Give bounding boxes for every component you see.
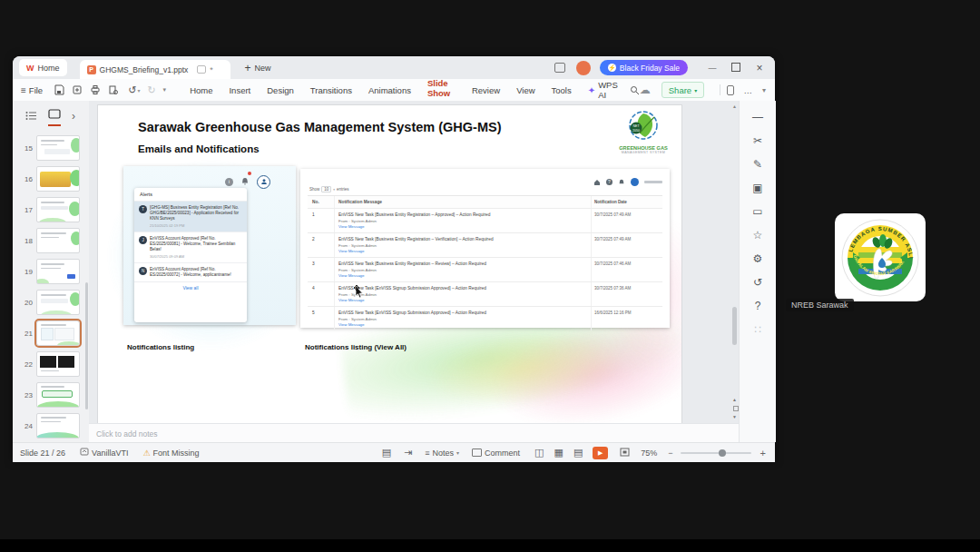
export-icon[interactable] [72, 84, 83, 95]
panel-expand-icon[interactable]: › [72, 110, 75, 123]
alerts-view-all-link[interactable]: View all [134, 281, 247, 293]
format-tools-icon[interactable]: ✂ [753, 135, 762, 146]
view-message-link[interactable]: View Message [338, 298, 587, 302]
slide-thumb-23[interactable]: 23 [13, 382, 89, 408]
table-row[interactable]: 1 EnVISS New Task [Business Entity Regis… [308, 209, 662, 233]
slide-subtitle[interactable]: Emails and Notifications [138, 143, 260, 154]
slide-sorter-icon[interactable]: ▦ [554, 448, 563, 458]
scrollbar-thumb[interactable] [732, 307, 737, 345]
search-icon[interactable] [630, 85, 640, 95]
zoom-in-button[interactable]: + [760, 448, 766, 458]
outline-view-icon[interactable] [25, 108, 37, 124]
zoom-slider[interactable] [681, 452, 751, 454]
save-icon[interactable] [54, 84, 64, 95]
menu-item-transitions[interactable]: Transitions [310, 85, 352, 95]
slide-view-icon[interactable] [48, 106, 61, 126]
slide-thumb-18[interactable]: 18 [13, 228, 89, 253]
fit-slide-icon[interactable] [620, 448, 630, 458]
slide-thumb-21-selected[interactable]: 21 [13, 320, 89, 346]
col-header-no[interactable]: No. [308, 196, 335, 208]
print-preview-icon[interactable] [108, 84, 119, 95]
menu-item-review[interactable]: Review [472, 85, 500, 95]
alert-item[interactable]: N EnVISS Account Approved [Ref No. ES/20… [134, 263, 247, 281]
slide-thumb-20[interactable]: 20 [13, 290, 89, 315]
print-icon[interactable] [90, 84, 101, 95]
close-button[interactable]: × [748, 62, 771, 74]
notes-bar[interactable]: Click to add notes [89, 423, 739, 443]
slide-title[interactable]: Sarawak Greenhouse Gas Management System… [138, 120, 502, 134]
menu-item-slide-show[interactable]: Slide Show [427, 78, 456, 103]
prev-slide-button[interactable]: ▲ [730, 397, 739, 402]
view-message-link[interactable]: View Message [338, 249, 587, 253]
view-message-link[interactable]: View Message [338, 322, 587, 327]
menu-item-tools[interactable]: Tools [552, 85, 572, 95]
zoom-out-button[interactable]: − [668, 448, 672, 458]
menu-item-home[interactable]: Home [190, 85, 212, 95]
slide-thumb-17[interactable]: 17 [13, 197, 89, 222]
settings-icon[interactable]: ⚙ [753, 253, 763, 264]
favorites-star-icon[interactable]: ☆ [753, 230, 763, 241]
vanilla-theme-indicator[interactable]: VanillaVTI [80, 448, 128, 458]
menu-item-design[interactable]: Design [267, 85, 294, 95]
tab-layout-icon[interactable] [197, 65, 206, 74]
minimize-button[interactable]: — [701, 64, 724, 73]
table-row[interactable]: 2 EnVISS New Task [Business Entity Regis… [308, 233, 662, 258]
history-icon[interactable]: ↺ [753, 277, 762, 288]
reading-view-icon[interactable]: ▤ [573, 448, 583, 458]
caption-notifications-listing-view-all[interactable]: Notifications listing (View All) [305, 343, 407, 351]
slide-thumb-24[interactable]: 24 [13, 413, 89, 439]
entries-select[interactable]: 10 [321, 186, 331, 192]
jump-to-icon[interactable]: ⇥ [404, 448, 412, 458]
tab-list-icon[interactable] [554, 63, 565, 73]
undo-button[interactable]: ↺ ▾ [128, 84, 140, 96]
more-options-icon[interactable]: … [743, 85, 753, 95]
new-tab-button[interactable]: + New [245, 62, 271, 74]
apps-grid-icon[interactable]: ∷ [754, 324, 761, 335]
file-menu[interactable]: ≡ File [21, 85, 43, 95]
col-header-message[interactable]: Notification Message [335, 196, 592, 208]
slide-thumb-19[interactable]: 19 [13, 259, 89, 284]
account-avatar[interactable] [576, 61, 591, 75]
normal-view-icon[interactable]: ◫ [534, 448, 544, 458]
slide-scrollbar[interactable]: ▲ ▲ ▼ [730, 101, 739, 423]
panel-layout-icon[interactable] [727, 85, 735, 95]
home-tab[interactable]: W Home [19, 59, 67, 76]
scroll-up-icon[interactable]: ▲ [730, 104, 739, 109]
notes-toggle[interactable]: ≡ Notes ▾ [425, 448, 459, 458]
slide-thumb-15[interactable]: 15 [13, 135, 89, 161]
redo-button[interactable]: ↻ [147, 84, 155, 96]
slide-thumb-16[interactable]: 16 [13, 166, 89, 192]
restore-button[interactable] [724, 63, 748, 74]
black-friday-sale-button[interactable]: ⚡ Black Friday Sale [600, 60, 688, 75]
edit-favorite-icon[interactable]: ✎ [753, 159, 762, 170]
collapse-rail-icon[interactable]: — [752, 112, 763, 123]
alert-item[interactable]: J EnVISS Account Approved [Ref No. ES/20… [134, 232, 247, 263]
slideshow-play-button[interactable]: ▶ [593, 447, 608, 459]
shapes-icon[interactable]: ▣ [752, 182, 762, 193]
toolbar-caret-icon[interactable]: ▾ [163, 86, 167, 94]
zoom-level[interactable]: 75% [641, 448, 657, 458]
menu-item-view[interactable]: View [516, 85, 534, 95]
task-pane-icon[interactable]: ▤ [382, 448, 391, 458]
col-header-date[interactable]: Notification Date [592, 196, 662, 208]
menu-item-animations[interactable]: Animations [368, 85, 411, 95]
caption-notifications-listing[interactable]: Notifications listing [127, 343, 194, 351]
next-slide-button[interactable]: ▼ [730, 414, 739, 419]
view-message-link[interactable]: View Message [338, 224, 587, 229]
thumb-scrollbar[interactable] [85, 282, 88, 409]
cloud-sync-icon[interactable]: ☁ [640, 84, 651, 96]
menu-item-insert[interactable]: Insert [229, 85, 250, 95]
slide-thumb-22[interactable]: 22 [13, 351, 89, 377]
view-message-link[interactable]: View Message [338, 273, 587, 278]
slide-canvas[interactable]: Sarawak Greenhouse Gas Management System… [97, 104, 682, 425]
table-row[interactable]: 3 EnVISS New Task [Business Entity Regis… [308, 258, 662, 282]
menu-item-wps-ai[interactable]: ✦ WPS AI [588, 80, 618, 100]
zoom-slider-handle[interactable] [719, 449, 726, 457]
comment-panel-icon[interactable]: ▭ [752, 206, 762, 217]
table-row[interactable]: 5 EnVISS New Task [EnVISS Signup Submiss… [308, 307, 662, 330]
font-missing-warning[interactable]: ⚠ Font Missing [142, 448, 199, 458]
help-icon[interactable]: ? [755, 301, 761, 311]
document-tab[interactable]: P GHGMS_Briefing_v1.pptx * [80, 60, 230, 79]
comment-button[interactable]: Comment [472, 448, 520, 458]
share-button[interactable]: Share ▾ [662, 82, 704, 98]
